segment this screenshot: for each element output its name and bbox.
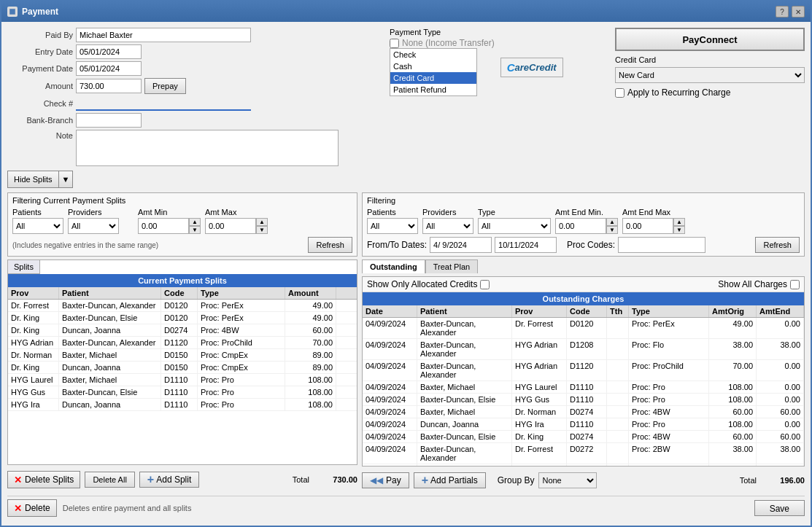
- outstanding-panel-header: Outstanding Charges: [363, 292, 804, 305]
- prepay-button[interactable]: Prepay: [144, 78, 186, 94]
- table-row[interactable]: HYG Gus Baxter-Duncan, Elsie D1110 Proc:…: [8, 386, 357, 399]
- cs-note: (Includes negative entries in the same r…: [12, 241, 158, 249]
- add-partials-button[interactable]: + Add Partials: [414, 472, 486, 488]
- table-row[interactable]: HYG Adrian Baxter-Duncan, Alexander D112…: [8, 337, 357, 349]
- entry-date-input[interactable]: [76, 44, 142, 59]
- none-option[interactable]: None (Income Transfer): [390, 38, 495, 48]
- apply-recurring-checkbox[interactable]: [615, 88, 625, 98]
- oc-col-amtend: AmtEnd: [757, 305, 804, 317]
- credit-card-select[interactable]: New Card: [615, 67, 805, 83]
- of-amt-end-max-input[interactable]: [622, 218, 673, 234]
- amount-input[interactable]: [76, 79, 142, 93]
- table-row[interactable]: 04/09/2024 Baxter-Duncan, Alexander HYG …: [363, 339, 804, 360]
- table-row[interactable]: Dr. Norman Baxter, Michael D0150 Proc: C…: [8, 349, 357, 362]
- amount-label: Amount: [7, 82, 73, 90]
- payment-date-row: Payment Date: [7, 61, 339, 76]
- table-row[interactable]: HYG Laurel Baxter, Michael D1110 Proc: P…: [8, 374, 357, 386]
- payment-date-label: Payment Date: [7, 64, 73, 73]
- table-row[interactable]: 04/09/2024 Baxter-Duncan, Alexander Dr. …: [363, 443, 804, 464]
- splits-col-type: Type: [198, 287, 285, 299]
- proc-codes-input[interactable]: [618, 237, 705, 253]
- group-by-select[interactable]: None: [538, 472, 597, 488]
- middle-controls: Hide Splits ▼: [7, 171, 805, 188]
- of-amt-end-min-up[interactable]: ▲: [606, 218, 618, 226]
- credit-card-section: Credit Card New Card: [615, 55, 805, 83]
- payment-type-credit-card[interactable]: Credit Card: [390, 72, 476, 84]
- payment-date-input[interactable]: [76, 61, 142, 76]
- of-amt-end-max-up[interactable]: ▲: [673, 218, 685, 226]
- of-refresh-button[interactable]: Refresh: [755, 237, 800, 253]
- payconnect-button[interactable]: PayConnect: [615, 28, 805, 51]
- add-split-button[interactable]: + Add Split: [139, 472, 199, 488]
- show-all-charges-checkbox[interactable]: [790, 280, 800, 289]
- splits-total-label: Total: [293, 475, 309, 484]
- cs-amt-min-down[interactable]: ▼: [189, 226, 201, 234]
- outstanding-table-body: 04/09/2024 Baxter-Duncan, Alexander Dr. …: [363, 318, 804, 466]
- table-row[interactable]: 04/09/2024 Baxter-Duncan, Elsie Dr. King…: [363, 431, 804, 443]
- payment-type-cash[interactable]: Cash: [390, 60, 476, 72]
- cs-amt-max-label: Amt Max: [205, 208, 268, 216]
- check-input[interactable]: [76, 96, 251, 111]
- cs-amt-min-up[interactable]: ▲: [189, 218, 201, 226]
- pay-button[interactable]: ◀◀ Pay: [362, 472, 409, 488]
- payment-type-list-wrapper: None (Income Transfer) Check Cash Credit…: [390, 38, 495, 96]
- save-button[interactable]: Save: [754, 500, 805, 516]
- hide-splits-dropdown[interactable]: ▼: [58, 171, 74, 188]
- delete-payment-button[interactable]: ✕ Delete: [7, 499, 57, 517]
- payment-window: Payment ? ✕ Paid By Entry Date Payment D: [0, 0, 812, 527]
- paid-by-input[interactable]: [76, 28, 251, 42]
- cs-amt-min-input[interactable]: [138, 218, 189, 234]
- care-credit-button[interactable]: C areCredit: [500, 58, 563, 77]
- outstanding-total-label: Total: [740, 476, 757, 485]
- note-input[interactable]: [76, 130, 339, 166]
- table-row[interactable]: Dr. King Duncan, Joanna D0150 Proc: CmpE…: [8, 362, 357, 374]
- bank-branch-input[interactable]: [76, 113, 142, 128]
- cs-refresh-button[interactable]: Refresh: [308, 237, 352, 253]
- cs-providers-select[interactable]: All: [68, 218, 119, 234]
- table-row[interactable]: Dr. King Duncan, Joanna D0274 Proc: 4BW …: [8, 324, 357, 337]
- delete-all-button[interactable]: Delete All: [85, 472, 134, 488]
- treat-plan-tab[interactable]: Treat Plan: [425, 259, 478, 273]
- splits-tab[interactable]: Splits: [8, 260, 40, 274]
- outstanding-tab[interactable]: Outstanding: [362, 259, 425, 273]
- cs-amt-max-input[interactable]: [205, 218, 256, 234]
- hide-splits-button[interactable]: Hide Splits: [7, 171, 58, 188]
- table-row[interactable]: 04/09/2024 Baxter, Michael Dr. Forrest D…: [363, 464, 804, 466]
- of-patients-select[interactable]: All: [367, 218, 418, 234]
- payment-type-patient-refund[interactable]: Patient Refund: [390, 84, 476, 95]
- show-only-allocated-checkbox[interactable]: [480, 280, 490, 289]
- window-icon: [7, 7, 18, 17]
- table-row[interactable]: 04/09/2024 Baxter-Duncan, Alexander HYG …: [363, 360, 804, 381]
- cs-amt-max-down[interactable]: ▼: [256, 226, 268, 234]
- of-amt-end-min-input[interactable]: [555, 218, 606, 234]
- of-amt-end-min-down[interactable]: ▼: [606, 226, 618, 234]
- table-row[interactable]: Dr. King Baxter-Duncan, Elsie D0120 Proc…: [8, 312, 357, 324]
- oc-col-type: Type: [629, 305, 709, 317]
- help-button[interactable]: ?: [776, 6, 789, 17]
- to-date-input[interactable]: [495, 237, 557, 253]
- bank-branch-row: Bank-Branch: [7, 113, 339, 128]
- splits-panel: Splits Current Payment Splits Prov Patie…: [7, 259, 357, 465]
- table-row[interactable]: 04/09/2024 Duncan, Joanna HYG Ira D1110 …: [363, 418, 804, 431]
- paid-by-row: Paid By: [7, 28, 339, 42]
- cs-amt-max-up[interactable]: ▲: [256, 218, 268, 226]
- payment-type-check[interactable]: Check: [390, 49, 476, 60]
- from-date-input[interactable]: [430, 237, 492, 253]
- of-type-select[interactable]: All: [478, 218, 551, 234]
- table-row[interactable]: HYG Ira Duncan, Joanna D1110 Proc: Pro 1…: [8, 399, 357, 411]
- table-row[interactable]: 04/09/2024 Baxter, Michael Dr. Norman D0…: [363, 406, 804, 418]
- oc-col-patient: Patient: [417, 305, 512, 317]
- table-row[interactable]: 04/09/2024 Baxter-Duncan, Alexander Dr. …: [363, 318, 804, 339]
- table-row[interactable]: Dr. Forrest Baxter-Duncan, Alexander D01…: [8, 300, 357, 312]
- of-amt-end-max-down[interactable]: ▼: [673, 226, 685, 234]
- of-patients-label: Patients: [367, 208, 418, 216]
- of-providers-select[interactable]: All: [422, 218, 473, 234]
- table-row[interactable]: 04/09/2024 Baxter-Duncan, Elsie HYG Gus …: [363, 394, 804, 406]
- very-bottom-bar: ✕ Delete Deletes entire payment and all …: [7, 496, 805, 520]
- apply-recurring-row: Apply to Recurring Charge: [615, 87, 805, 98]
- close-button[interactable]: ✕: [792, 6, 805, 17]
- delete-splits-button[interactable]: ✕ Delete Splits: [7, 471, 80, 488]
- table-row[interactable]: 04/09/2024 Baxter, Michael HYG Laurel D1…: [363, 381, 804, 394]
- cs-patients-select[interactable]: All: [12, 218, 63, 234]
- none-checkbox[interactable]: [390, 39, 399, 48]
